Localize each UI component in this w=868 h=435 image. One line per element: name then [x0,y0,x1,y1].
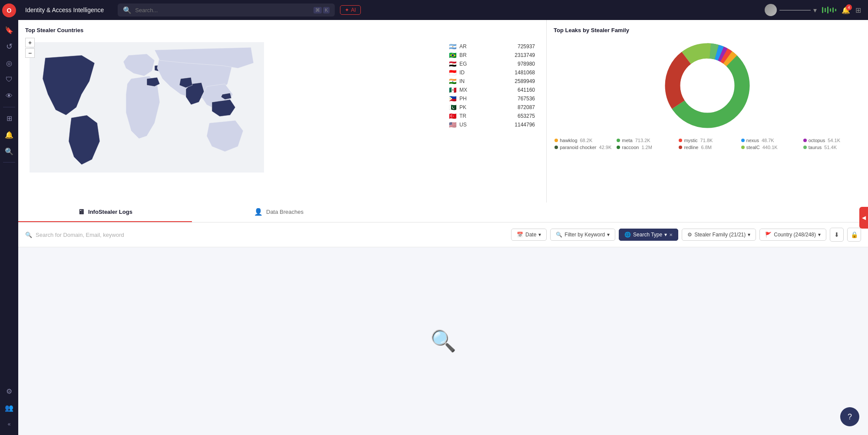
legend-item: paranoid chocker 42.9K [554,145,611,150]
stealerfamily-icon: ⚙ [687,232,692,238]
searchtype-filter-button[interactable]: 🌐 Search Type ▾ ✕ [619,229,678,241]
cmd-key: ⌘ [314,7,322,13]
main-wrapper: Identity & Access Intelligence 🔍 ⌘ K ✦ A… [18,0,868,435]
sidebar-item-collapse[interactable]: « [2,417,17,432]
zoom-out-button[interactable]: − [25,48,35,58]
dropdown-icon[interactable]: ▾ [813,6,817,14]
legend-dot [617,139,620,142]
lock-button[interactable]: 🔒 [847,228,861,242]
country-code: US [459,122,470,128]
donut-container: hawklog 68.2K meta 713.2K mystic 71.8K n… [554,38,861,186]
legend-item: raccoon 1.2M [617,145,673,150]
calendar-icon: 📅 [517,232,523,238]
indicator-4 [830,8,831,12]
download-button[interactable]: ⬇ [830,228,844,242]
date-dropdown-icon: ▾ [538,232,541,238]
sidebar-item-target[interactable]: ◎ [2,56,17,70]
legend-dot [554,139,558,142]
sidebar-item-bookmark[interactable]: 🔖 [2,23,17,37]
legend-value: 6.8M [701,145,711,150]
country-filter-button[interactable]: 🚩 Country (248/248) ▾ [759,229,826,241]
country-list-item: 🇺🇸 US 1144796 [448,120,535,129]
legend-value: 713.2K [635,138,650,143]
app-logo[interactable]: O [2,3,16,17]
bookmark-icon: 🔖 [5,26,13,34]
legend-item: meta 713.2K [617,138,673,143]
legend-value: 51.4K [824,145,837,150]
country-list-item: 🇮🇳 IN 2589949 [448,77,535,86]
date-filter-button[interactable]: 📅 Date ▾ [511,229,547,241]
country-list-item: 🇦🇷 AR 725937 [448,42,535,51]
legend-dot [679,146,682,149]
notifications-icon[interactable]: 🔔 4 [842,6,850,14]
status-indicators [822,7,836,13]
keyword-filter-button[interactable]: 🔍 Filter by Keyword ▾ [550,229,615,241]
sidebar-item-bell[interactable]: 🔔 [2,127,17,142]
filter-search-area[interactable]: 🔍 Search for Domain, Email, keyword [25,232,508,238]
country-filter-label: Country (248/248) [774,232,816,238]
zoom-in-button[interactable]: + [25,38,35,47]
sidebar: O 🔖 ↺ ◎ 🛡 👁 ⊞ 🔔 🔍 ⚙ 👥 « [0,0,18,435]
tab-strip: 🖥 InfoStealer Logs 👤 Data Breaches [18,203,868,222]
tab-infostealerlogs[interactable]: 🖥 InfoStealer Logs [18,203,192,222]
right-edge-button[interactable]: ◀ [859,207,868,229]
searchtype-clear-icon[interactable]: ✕ [669,232,673,237]
donut-panel: Top Leaks by Stealer Family [547,20,868,203]
sidebar-item-user-search[interactable]: 🔍 [2,144,17,159]
country-flag: 🇧🇷 [448,52,457,59]
legend-label: octopus [809,138,825,143]
indicator-2 [825,8,826,12]
topbar-search[interactable]: 🔍 ⌘ K [118,3,335,17]
donut-title: Top Leaks by Stealer Family [554,27,861,33]
user-area[interactable]: —————— ▾ [765,4,817,16]
ai-button[interactable]: ✦ AI [340,5,360,15]
country-flag: 🇪🇬 [448,60,457,67]
globe-icon: 🌐 [624,232,631,238]
avatar [765,4,777,16]
legend-item: octopus 54.1K [803,138,860,143]
keyword-dropdown-icon: ▾ [607,232,610,238]
sidebar-divider-2 [3,162,15,163]
country-flag: 🇮🇩 [448,69,457,76]
sidebar-item-eye[interactable]: 👁 [2,89,17,103]
sidebar-item-refresh[interactable]: ↺ [2,39,17,54]
sidebar-item-shield[interactable]: 🛡 [2,72,17,87]
panels-icon[interactable]: ⊞ [855,6,861,14]
legend-label: meta [622,138,632,143]
sidebar-item-settings[interactable]: ⚙ [2,384,17,398]
country-count: 641160 [518,87,535,93]
tab-databreaches[interactable]: 👤 Data Breaches [192,203,366,222]
sidebar-item-users[interactable]: 👥 [2,400,17,415]
indicator-3 [827,7,828,13]
legend-label: taurus [809,145,822,150]
stealerfamily-filter-label: Stealer Family (21/21) [694,232,746,238]
legend-dot [803,146,807,149]
date-filter-label: Date [525,232,536,238]
indicator-6 [835,9,836,11]
filter-search-icon: 🔍 [25,232,32,238]
target-icon: ◎ [6,59,12,67]
sidebar-item-grid[interactable]: ⊞ [2,111,17,126]
stealerfamily-filter-button[interactable]: ⚙ Stealer Family (21/21) ▾ [682,229,756,241]
legend-value: 68.2K [580,138,593,143]
ai-sparkle-icon: ✦ [345,7,349,13]
country-count: 725937 [518,43,535,50]
legend-label: redline [684,145,698,150]
country-list-item: 🇵🇭 PH 767536 [448,94,535,103]
country-flag: 🇵🇭 [448,95,457,102]
country-code: EG [459,61,470,67]
indicator-1 [822,7,823,13]
world-map-svg [25,42,268,173]
panels-icon-glyph: ⊞ [855,7,861,14]
users-icon: 👥 [5,404,13,412]
notification-badge: 4 [846,4,852,10]
legend-dot [803,139,807,142]
chat-button[interactable]: ? [840,407,859,426]
legend-dot [617,146,620,149]
search-input[interactable] [135,7,310,13]
empty-search-icon: 🔍 [430,329,456,353]
infostealerlogs-icon: 🖥 [78,208,85,216]
filter-search-placeholder: Search for Domain, Email, keyword [36,232,124,238]
country-flag: 🇲🇽 [448,86,457,93]
right-edge-icon: ◀ [862,215,866,221]
